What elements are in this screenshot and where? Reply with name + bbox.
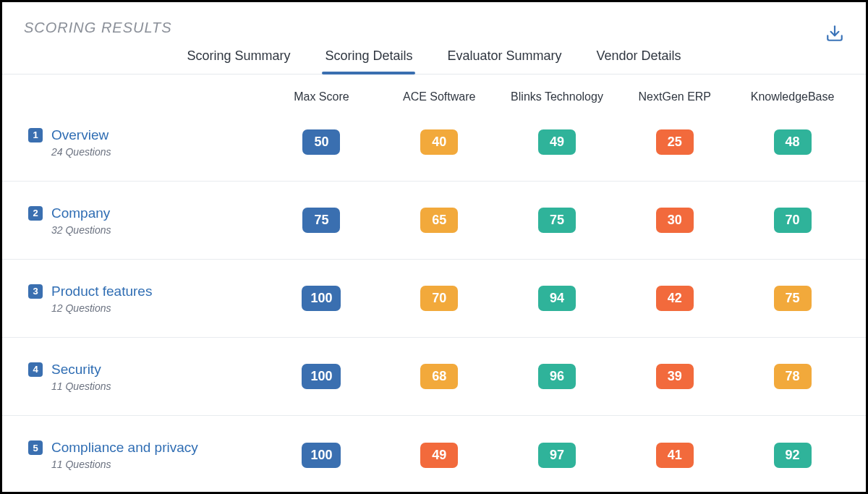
rows-container: 1Overview24 Questions50404925482Company3…	[2, 103, 866, 494]
score-badge: 49	[420, 443, 458, 468]
score-cell: 48	[733, 129, 851, 155]
score-badge: 39	[656, 364, 694, 389]
score-badge: 41	[656, 443, 694, 468]
score-badge: 96	[538, 364, 576, 389]
tabs: Scoring SummaryScoring DetailsEvaluator …	[2, 41, 866, 74]
score-badge: 75	[538, 208, 576, 233]
score-cell: 49	[498, 129, 616, 155]
table-row: 3Product features12 Questions10070944275	[2, 260, 866, 338]
category-question-count: 32 Questions	[51, 224, 111, 236]
score-badge: 70	[420, 286, 458, 311]
tab-scoring-details[interactable]: Scoring Details	[322, 41, 415, 74]
score-cell: 41	[616, 443, 733, 468]
tab-vendor-details[interactable]: Vendor Details	[594, 41, 684, 74]
category-link[interactable]: Company	[51, 205, 110, 221]
table-row: 5Compliance and privacy11 Questions10049…	[2, 416, 866, 494]
category-cell: 2Company32 Questions	[17, 205, 263, 236]
tab-evaluator-summary[interactable]: Evaluator Summary	[444, 41, 564, 74]
category-cell: 4Security11 Questions	[17, 362, 263, 392]
column-header: Max Score	[263, 90, 380, 103]
score-badge: 25	[656, 129, 694, 155]
score-badge: 50	[302, 129, 340, 155]
score-cell: 94	[498, 286, 616, 311]
score-cell: 75	[498, 208, 616, 233]
header: SCORING RESULTS	[2, 2, 866, 46]
score-cell: 100	[263, 364, 380, 389]
category-link[interactable]: Compliance and privacy	[51, 440, 198, 456]
tab-scoring-summary[interactable]: Scoring Summary	[184, 41, 293, 74]
category-index-badge: 1	[28, 128, 43, 142]
score-badge: 100	[302, 364, 341, 389]
score-cell: 100	[263, 286, 380, 311]
category-question-count: 12 Questions	[51, 302, 111, 314]
category-index-badge: 5	[28, 440, 43, 455]
score-cell: 70	[380, 286, 498, 311]
column-header: KnowledgeBase	[733, 90, 851, 103]
category-link[interactable]: Security	[51, 362, 101, 378]
category-cell: 3Product features12 Questions	[17, 284, 263, 314]
category-index-badge: 2	[28, 206, 43, 221]
category-index-badge: 4	[28, 362, 43, 377]
column-headers: Max ScoreACE SoftwareBlinks TechnologyNe…	[2, 74, 866, 103]
download-icon[interactable]	[825, 24, 844, 46]
score-badge: 70	[774, 208, 812, 233]
score-cell: 68	[380, 364, 498, 389]
category-cell: 5Compliance and privacy11 Questions	[17, 440, 263, 470]
score-cell: 100	[263, 443, 380, 468]
score-cell: 75	[263, 208, 380, 233]
score-cell: 92	[733, 443, 851, 468]
score-badge: 100	[302, 286, 341, 311]
score-cell: 40	[380, 129, 498, 155]
category-link[interactable]: Overview	[51, 127, 109, 143]
score-cell: 50	[263, 129, 380, 155]
category-index-badge: 3	[28, 284, 43, 299]
app-frame: SCORING RESULTS Scoring SummaryScoring D…	[0, 0, 868, 494]
score-cell: 42	[616, 286, 733, 311]
score-cell: 39	[616, 364, 733, 389]
table-row: 1Overview24 Questions5040492548	[2, 103, 866, 182]
score-cell: 78	[733, 364, 851, 389]
category-question-count: 24 Questions	[51, 146, 111, 158]
score-cell: 75	[733, 286, 851, 311]
score-badge: 65	[420, 208, 458, 233]
score-badge: 68	[420, 364, 458, 389]
score-badge: 97	[538, 443, 576, 468]
category-question-count: 11 Questions	[51, 459, 111, 470]
column-header: NextGen ERP	[616, 90, 733, 103]
table-row: 2Company32 Questions7565753070	[2, 182, 866, 260]
score-badge: 78	[774, 364, 812, 389]
category-question-count: 11 Questions	[51, 380, 111, 392]
column-header: Blinks Technology	[498, 90, 616, 103]
page-title: SCORING RESULTS	[24, 20, 172, 36]
score-cell: 70	[733, 208, 851, 233]
score-cell: 25	[616, 129, 733, 155]
score-badge: 94	[538, 286, 576, 311]
score-badge: 75	[774, 286, 812, 311]
table-row: 4Security11 Questions10068963978	[2, 338, 866, 416]
score-badge: 30	[656, 208, 694, 233]
score-cell: 97	[498, 443, 616, 468]
score-badge: 92	[774, 443, 812, 468]
score-badge: 75	[302, 208, 340, 233]
column-header: ACE Software	[380, 90, 498, 103]
category-link[interactable]: Product features	[51, 284, 152, 299]
score-cell: 49	[380, 443, 498, 468]
score-badge: 40	[420, 129, 458, 155]
score-cell: 65	[380, 208, 498, 233]
score-badge: 48	[774, 129, 812, 155]
category-cell: 1Overview24 Questions	[17, 127, 263, 158]
score-badge: 100	[302, 443, 341, 468]
score-cell: 96	[498, 364, 616, 389]
score-badge: 42	[656, 286, 694, 311]
score-badge: 49	[538, 129, 576, 155]
score-cell: 30	[616, 208, 733, 233]
